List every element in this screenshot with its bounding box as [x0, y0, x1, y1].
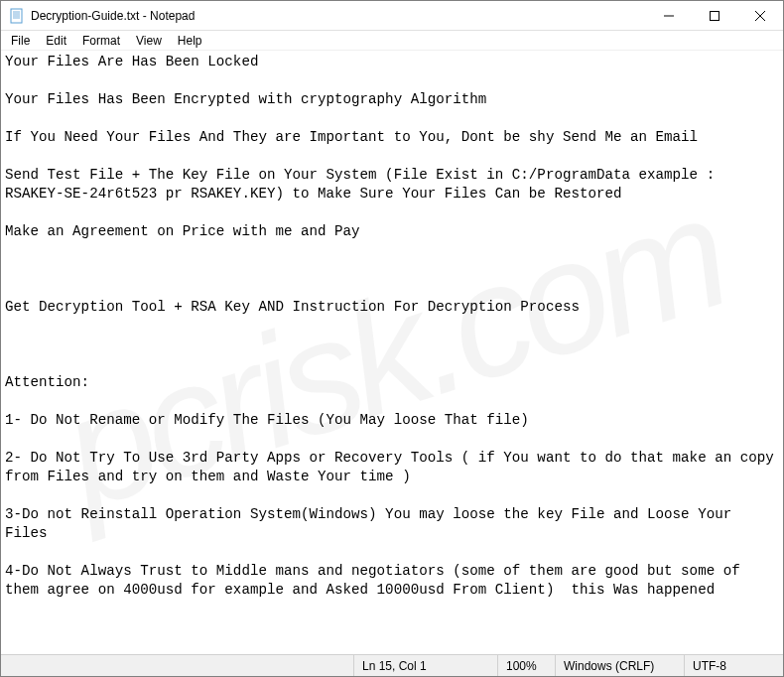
svg-rect-6	[711, 11, 719, 20]
menu-edit[interactable]: Edit	[38, 33, 74, 49]
menu-file[interactable]: File	[3, 33, 38, 49]
window-title: Decryption-Guide.txt - Notepad	[31, 9, 195, 23]
status-position: Ln 15, Col 1	[353, 655, 497, 676]
statusbar: Ln 15, Col 1 100% Windows (CRLF) UTF-8	[1, 654, 783, 676]
close-button[interactable]	[737, 1, 783, 31]
titlebar: Decryption-Guide.txt - Notepad	[1, 1, 783, 31]
titlebar-left: Decryption-Guide.txt - Notepad	[1, 8, 195, 24]
status-encoding: UTF-8	[684, 655, 783, 676]
notepad-icon	[9, 8, 25, 24]
notepad-window: Decryption-Guide.txt - Notepad File Edit…	[0, 0, 784, 677]
window-controls	[646, 1, 783, 31]
status-spacer	[1, 655, 353, 676]
text-area[interactable]: Your Files Are Has Been Locked Your File…	[1, 51, 783, 654]
menu-help[interactable]: Help	[170, 33, 210, 49]
maximize-button[interactable]	[692, 1, 737, 31]
document-text: Your Files Are Has Been Locked Your File…	[5, 54, 782, 654]
status-lineending: Windows (CRLF)	[555, 655, 684, 676]
status-zoom: 100%	[497, 655, 555, 676]
menubar: File Edit Format View Help	[1, 31, 783, 51]
minimize-button[interactable]	[646, 1, 692, 31]
menu-format[interactable]: Format	[74, 33, 128, 49]
watermark: pcrisk.com	[66, 238, 719, 467]
menu-view[interactable]: View	[128, 33, 170, 49]
